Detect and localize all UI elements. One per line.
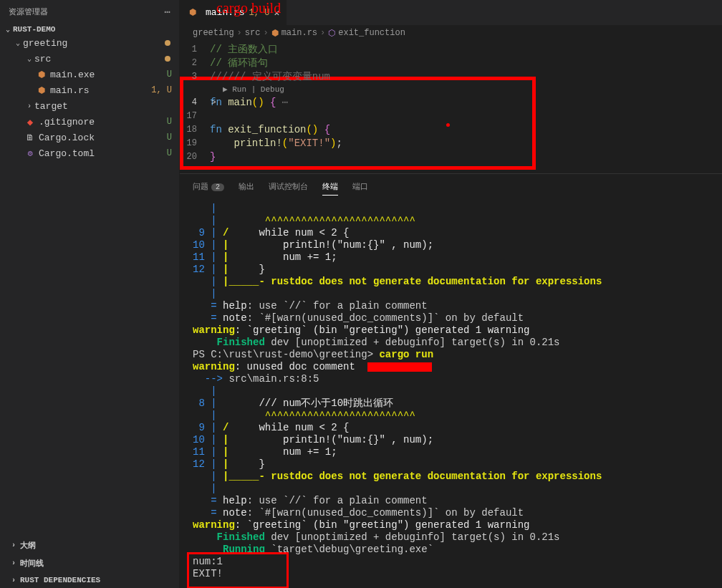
tree-item-Cargo-lock[interactable]: 🗎Cargo.lockU	[0, 130, 179, 145]
tree-item-Cargo-toml[interactable]: ⚙Cargo.tomlU	[0, 145, 179, 161]
terminal-line: | ^^^^^^^^^^^^^^^^^^^^^^^^^	[193, 215, 709, 227]
editor[interactable]: 1// 主函数入口2// 循环语句3////// 定义可变变量num▶ Run …	[180, 41, 722, 163]
terminal-line: 9 | / while num < 2 {	[193, 227, 709, 239]
rust-icon: ⬢	[187, 7, 198, 18]
line-number: 1	[180, 44, 210, 54]
bottom-panel-时间线[interactable]: ›时间线	[0, 554, 179, 572]
sidebar: 资源管理器 ⋯ ⌄ RUST-DEMO ⌄greeting⌄src⬢main.e…	[0, 0, 180, 588]
panel-tab-输出[interactable]: 输出	[239, 178, 254, 196]
tree-item-label: greeting	[23, 38, 67, 49]
bottom-panel-RUST DEPENDENCIES[interactable]: ›RUST DEPENDENCIES	[0, 572, 179, 588]
explorer-title: 资源管理器	[9, 6, 48, 17]
editor-line[interactable]: 3////// 定义可变变量num	[180, 69, 722, 83]
line-number: 3	[180, 72, 210, 82]
problems-count-badge: 2	[211, 183, 224, 191]
panel-area: cargo build 问题2输出调试控制台终端端口 | | ^^^^^^^^^…	[180, 173, 722, 588]
editor-line[interactable]: 17	[180, 109, 722, 122]
tree-item-main-rs[interactable]: ⬢main.rs1, U	[0, 82, 179, 98]
terminal-line: = note: `#[warn(unused_doc_comments)]` o…	[193, 507, 709, 519]
terminal-line: |	[193, 483, 709, 495]
editor-line[interactable]: 4>fn main() { ⋯	[180, 95, 722, 109]
line-number: 4	[180, 97, 210, 107]
tree-item-main-exe[interactable]: ⬢main.exeU	[0, 67, 179, 82]
panel-label: 时间线	[20, 558, 44, 569]
terminal-line: = help: use `//` for a plain comment	[193, 300, 709, 312]
more-icon[interactable]: ⋯	[165, 6, 170, 18]
terminal-line: 12 | | }	[193, 264, 709, 276]
editor-line[interactable]: 18fn exit_function() {	[180, 122, 722, 136]
line-number: 17	[180, 111, 210, 121]
terminal-line: 10 | | println!("num:{}" , num);	[193, 434, 709, 446]
chevron-down-icon: ⌄	[24, 54, 34, 63]
terminal-line: |	[193, 203, 709, 215]
rust-icon: ⬢	[271, 28, 279, 39]
editor-line[interactable]: 19 println!("EXIT!");	[180, 136, 722, 150]
modified-dot-icon	[165, 40, 170, 46]
editor-line[interactable]: 2// 循环语句	[180, 56, 722, 69]
project-name: RUST-DEMO	[13, 25, 55, 34]
terminal-line: num:1	[193, 556, 709, 568]
bottom-panel-大纲[interactable]: ›大纲	[0, 536, 179, 554]
terminal-line: 11 | | num += 1;	[193, 251, 709, 264]
breadcrumbs[interactable]: greeting›src›⬢main.rs›⬡exit_function	[180, 25, 722, 41]
tree-item-label: main.rs	[50, 85, 90, 96]
terminal-output[interactable]: | | ^^^^^^^^^^^^^^^^^^^^^^^^^ 9 | / whil…	[180, 200, 722, 588]
chevron-right-icon: ›	[9, 577, 19, 584]
breadcrumb-item[interactable]: greeting	[193, 28, 234, 38]
rust-icon: ⬢	[36, 85, 47, 96]
panel-tab-终端[interactable]: 终端	[322, 178, 338, 196]
fold-icon[interactable]: >	[211, 98, 216, 107]
terminal-line: --> src\main.rs:8:5	[193, 373, 709, 385]
panel-tab-问题[interactable]: 问题2	[193, 178, 224, 196]
codelens-run-debug[interactable]: ▶ Run | Debug	[180, 83, 722, 95]
terminal-line: EXIT!	[193, 568, 709, 580]
code-content: fn exit_function() {	[210, 124, 330, 135]
terminal-line: | |_____- rustdoc does not generate docu…	[193, 276, 709, 288]
terminal-line: warning: `greeting` (bin "greeting") gen…	[193, 324, 709, 337]
terminal-line: Finished dev [unoptimized + debuginfo] t…	[193, 531, 709, 544]
function-icon: ⬡	[328, 28, 335, 39]
project-header[interactable]: ⌄ RUST-DEMO	[0, 24, 179, 35]
tree-item-label: Cargo.toml	[39, 148, 95, 159]
breadcrumb-separator: ›	[320, 28, 325, 38]
terminal-line: Finished dev [unoptimized + debuginfo] t…	[193, 337, 709, 349]
tree-item-label: target	[34, 101, 68, 112]
git-status: U	[167, 132, 172, 143]
terminal-line: = note: `#[warn(unused_doc_comments)]` o…	[193, 312, 709, 324]
line-number: 20	[180, 152, 210, 162]
breadcrumb-item[interactable]: src	[245, 28, 261, 38]
tree-item-src[interactable]: ⌄src	[0, 51, 179, 67]
panel-label: RUST DEPENDENCIES	[20, 576, 100, 584]
editor-line[interactable]: 1// 主函数入口	[180, 42, 722, 56]
code-content: // 循环语句	[210, 57, 268, 69]
chevron-right-icon: ›	[9, 559, 19, 567]
git-status: U	[167, 69, 172, 79]
tree-item-target[interactable]: ›target	[0, 98, 179, 114]
sidebar-header: 资源管理器 ⋯	[0, 0, 179, 24]
tree-item-greeting[interactable]: ⌄greeting	[0, 35, 179, 51]
panel-tab-端口[interactable]: 端口	[352, 178, 368, 196]
main-area: ⬢ main.rs 1, U ✕ greeting›src›⬢main.rs›⬡…	[180, 0, 722, 588]
chevron-right-icon: ›	[24, 102, 34, 110]
panel-tab-调试控制台[interactable]: 调试控制台	[269, 178, 308, 196]
breadcrumb-item[interactable]: main.rs	[281, 28, 317, 38]
line-number: 2	[180, 58, 210, 68]
code-content: println!("EXIT!");	[210, 138, 342, 149]
chevron-down-icon: ⌄	[13, 39, 23, 47]
tree-item-label: main.exe	[50, 69, 95, 80]
terminal-line: warning: unused doc comment	[193, 361, 709, 373]
breadcrumb-item[interactable]: exit_function	[338, 28, 405, 38]
terminal-line: 10 | | println!("num:{}" , num);	[193, 239, 709, 251]
terminal-line: PS C:\rust\rust-demo\greeting> cargo run	[193, 349, 709, 361]
terminal-line: 9 | / while num < 2 {	[193, 422, 709, 434]
sidebar-bottom-panels: ›大纲›时间线›RUST DEPENDENCIES	[0, 536, 179, 588]
tree-item--gitignore[interactable]: ◆.gitignoreU	[0, 114, 179, 130]
panel-label: 大纲	[20, 540, 36, 551]
git-status: U	[167, 148, 172, 158]
chevron-down-icon: ⌄	[3, 25, 13, 34]
terminal-line: | |_____- rustdoc does not generate docu…	[193, 471, 709, 483]
terminal-line: 11 | | num += 1;	[193, 446, 709, 458]
terminal-line: 12 | | }	[193, 458, 709, 471]
code-content: ////// 定义可变变量num	[210, 70, 330, 83]
editor-line[interactable]: 20}	[180, 150, 722, 163]
